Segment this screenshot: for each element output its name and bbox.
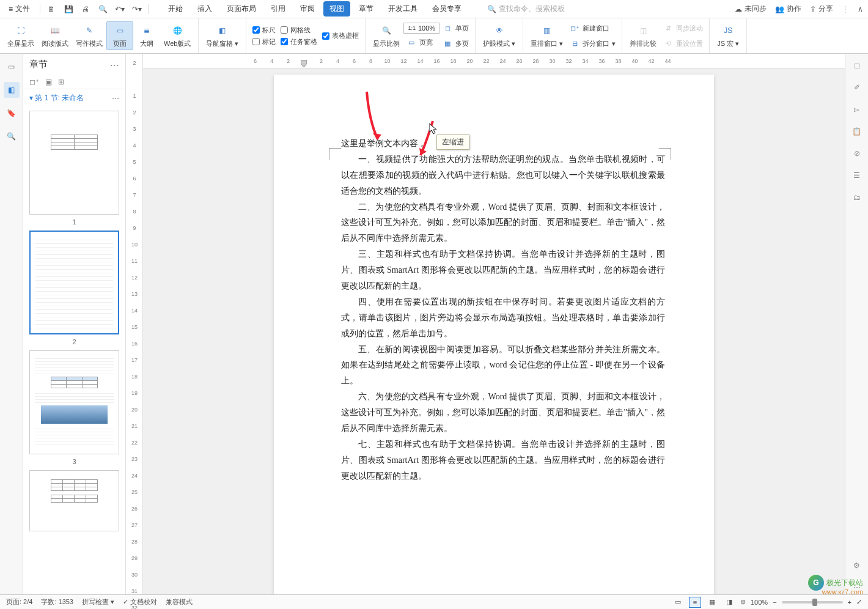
writing-mode-button[interactable]: ✎写作模式 xyxy=(72,22,106,50)
coop-button[interactable]: 👥协作 xyxy=(775,4,801,14)
taskpane-check[interactable]: 任务窗格 xyxy=(281,37,317,46)
expand-icon[interactable]: ⊞ xyxy=(58,78,64,86)
vertical-ruler[interactable]: 2123456789101112131415161718192021222324… xyxy=(126,54,143,594)
bookmark-tab[interactable]: 🔖 xyxy=(4,105,20,121)
collapse-icon[interactable]: ▣ xyxy=(45,78,52,86)
tab-view[interactable]: 视图 xyxy=(323,1,350,17)
nav-menu-icon[interactable]: ⋯ xyxy=(110,59,119,70)
rb-select-icon[interactable]: ▻ xyxy=(850,103,864,116)
compat-status[interactable]: 兼容模式 xyxy=(166,597,193,607)
section-item[interactable]: ▾ 第 1 节: 未命名⋯ xyxy=(23,89,125,107)
para-7: 七、主题和样式也有助于文档保持协调。当您单击设计并选择新的主题时，图片、图表或 … xyxy=(341,437,665,484)
tab-vip[interactable]: 会员专享 xyxy=(426,1,468,17)
left-indent-marker[interactable] xyxy=(301,60,307,67)
jsmacro-button[interactable]: JSJS 宏 ▾ xyxy=(713,22,743,50)
multipage-button[interactable]: ▦多页 xyxy=(440,37,471,50)
newwindow-button[interactable]: ◻⁺新建窗口 xyxy=(567,21,618,35)
outline-button[interactable]: ≣大纲 xyxy=(133,22,160,50)
tableframe-check[interactable]: 表格虚框 xyxy=(322,31,359,40)
compare-icon: ◫ xyxy=(636,23,650,38)
zoom-button[interactable]: 🔍显示比例 xyxy=(369,22,403,50)
rearrange-button[interactable]: ▥重排窗口 ▾ xyxy=(527,22,567,50)
nav-title: 章节 xyxy=(29,59,48,70)
page-thumb-2[interactable] xyxy=(29,231,119,334)
search-icon: 🔍 xyxy=(487,5,496,13)
pencil-icon: ✎ xyxy=(82,23,97,38)
rb-style-icon[interactable]: ✐ xyxy=(850,81,864,94)
splitwindow-button[interactable]: ⊟拆分窗口 ▾ xyxy=(567,37,618,50)
rb-backup-icon[interactable]: 🗂 xyxy=(850,191,864,204)
document-scroll[interactable]: 6422468101214161820222426283032343638404… xyxy=(143,54,845,594)
word-count[interactable]: 字数: 1353 xyxy=(41,597,73,607)
document-page[interactable]: 这里是举例文本内容 。 一、视频提供了功能强大的方法帮助您证明您的观点。当您单击… xyxy=(274,75,714,594)
page-thumb-4[interactable] xyxy=(29,470,119,531)
eyecare-button[interactable]: 👁护眼模式 ▾ xyxy=(479,22,519,50)
search-tab[interactable]: 🔍 xyxy=(4,128,20,144)
view-outline-icon[interactable]: ≡ xyxy=(689,597,701,608)
para-1: 一、视频提供了功能强大的方法帮助您证明您的观点。当您单击联机视频时，可以在想要添… xyxy=(341,152,665,199)
zoom-fit-icon[interactable]: ⊕ xyxy=(740,598,746,606)
tab-references[interactable]: 引用 xyxy=(265,1,292,17)
collapse-ribbon[interactable]: ∧ xyxy=(858,5,863,13)
reset-icon: ⟲ xyxy=(663,38,674,49)
zoom-in-icon[interactable]: + xyxy=(848,599,851,606)
tab-review[interactable]: 审阅 xyxy=(294,1,321,17)
tab-start[interactable]: 开始 xyxy=(162,1,189,17)
svg-marker-3 xyxy=(429,124,436,134)
share-icon: ⇪ xyxy=(810,5,816,13)
page-thumb-1[interactable] xyxy=(29,111,119,215)
rb-tools-icon[interactable]: ⚙ xyxy=(850,559,864,572)
search-placeholder: 查找命令、搜索模板 xyxy=(499,4,565,14)
page-layout-button[interactable]: ▭页面 xyxy=(106,21,133,50)
ruler-check[interactable]: 标尺 xyxy=(252,26,276,35)
eye-icon: 👁 xyxy=(492,23,507,38)
rb-limit-icon[interactable]: ⊘ xyxy=(850,147,864,160)
new-icon[interactable]: 🗎 xyxy=(45,3,57,15)
web-layout-button[interactable]: 🌐Web版式 xyxy=(160,22,194,50)
rb-property-icon[interactable]: ☰ xyxy=(850,169,864,182)
tab-devtools[interactable]: 开发工具 xyxy=(382,1,424,17)
redo-icon[interactable]: ↷▾ xyxy=(131,3,143,15)
horizontal-ruler[interactable]: 6422468101214161820222426283032343638404… xyxy=(143,54,845,68)
page-num-1: 1 xyxy=(29,218,119,226)
right-sidebar: ◻ ✐ ▻ 📋 ⊘ ☰ 🗂 ⚙ ⋯ xyxy=(845,54,868,594)
command-search[interactable]: 🔍 查找命令、搜索模板 xyxy=(487,4,565,14)
undo-icon[interactable]: ↶▾ xyxy=(114,3,126,15)
zoom-ratio[interactable]: 1:1100% xyxy=(403,23,440,34)
rb-clipboard-icon[interactable]: 📋 xyxy=(850,125,864,138)
tab-pagelayout[interactable]: 页面布局 xyxy=(221,1,262,17)
add-section-icon[interactable]: ◻⁺ xyxy=(29,78,39,86)
zoom-out-icon[interactable]: − xyxy=(773,599,776,606)
view-page-icon[interactable]: ▭ xyxy=(672,597,684,608)
print-icon[interactable]: 🖨 xyxy=(79,3,92,15)
zoom-slider[interactable] xyxy=(782,601,843,603)
view-read-icon[interactable]: ◨ xyxy=(723,597,735,608)
tab-insert[interactable]: 插入 xyxy=(191,1,218,17)
zoom-value[interactable]: 100% xyxy=(751,599,768,606)
print-preview-icon[interactable]: 🔍 xyxy=(97,3,109,15)
rb-new-icon[interactable]: ◻ xyxy=(850,59,864,72)
page-thumb-3[interactable] xyxy=(29,350,119,454)
file-menu[interactable]: ≡ 文件 xyxy=(5,1,34,17)
book-icon: 📖 xyxy=(48,23,62,38)
outline-tab[interactable]: ▭ xyxy=(4,59,20,75)
grid-check[interactable]: 网格线 xyxy=(281,26,317,35)
onepage-button[interactable]: ◻单页 xyxy=(440,21,471,35)
tab-section[interactable]: 章节 xyxy=(353,1,380,17)
window-icon: ▥ xyxy=(540,23,554,38)
share-button[interactable]: ⇪分享 xyxy=(810,4,833,14)
reading-layout-button[interactable]: 📖阅读版式 xyxy=(38,22,72,50)
spellcheck-status[interactable]: 拼写检查 ▾ xyxy=(82,597,114,607)
save-icon[interactable]: 💾 xyxy=(62,3,75,15)
nav-pane-button[interactable]: ◧导航窗格 ▾ xyxy=(202,22,242,50)
page-status[interactable]: 页面: 2/4 xyxy=(6,597,32,607)
mark-check[interactable]: 标记 xyxy=(252,37,276,46)
fullscreen-icon[interactable]: ⤢ xyxy=(856,598,862,606)
page-num-2: 2 xyxy=(29,338,119,345)
pagewidth-button[interactable]: ▭页宽 xyxy=(403,35,440,49)
section-tab[interactable]: ◧ xyxy=(4,82,20,98)
view-web-icon[interactable]: ▦ xyxy=(706,597,718,608)
fullscreen-button[interactable]: ⛶全屏显示 xyxy=(4,22,38,50)
syncscroll-button: ⇵同步滚动 xyxy=(660,21,705,35)
sync-status[interactable]: ☁未同步 xyxy=(735,4,767,14)
